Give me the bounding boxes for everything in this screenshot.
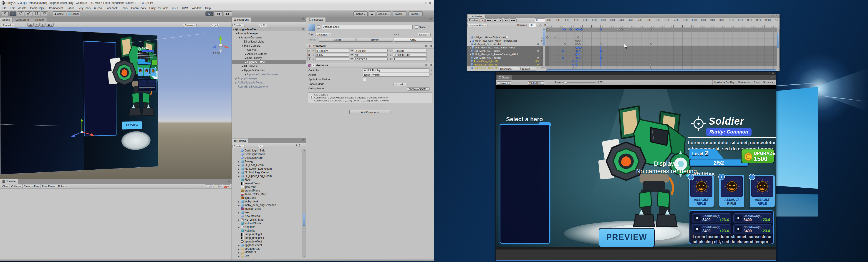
expand-arrow-icon[interactable]: ▶	[238, 167, 241, 171]
scroll-up-icon[interactable]: ▲	[777, 26, 779, 28]
keyframe[interactable]	[650, 28, 652, 31]
move-gizmo[interactable]	[68, 116, 98, 145]
project-item-no_limits_map[interactable]: ▶No_Limits_Map	[232, 218, 306, 222]
scene-search-input[interactable]: All	[211, 24, 219, 27]
account-dropdown[interactable]: Account	[377, 11, 391, 17]
rot-x-field[interactable]: 356.5	[315, 53, 349, 57]
rotate-tool-icon[interactable]	[18, 11, 24, 17]
prefab-revert-button[interactable]: Revert	[356, 38, 393, 42]
window-controls[interactable]: □ ✕	[769, 72, 775, 74]
title-bar[interactable]: Unity 2017.3.1p1 Personal (64bit) - upgr…	[0, 0, 434, 6]
track-value[interactable]: 0	[537, 50, 539, 53]
frame-field[interactable]: 0	[535, 19, 545, 22]
project-item-mech[interactable]: ▶mech	[232, 210, 306, 214]
pos-z-field[interactable]: 6.699981	[393, 49, 427, 53]
static-checkbox[interactable]	[415, 26, 418, 29]
tracklist-scrollbar[interactable]	[543, 28, 546, 68]
hierarchy-item-upgradescreencontainer[interactable]: ▶UpgradeScreenContainer	[232, 72, 306, 76]
project-item-fl_upper_leg_geom[interactable]: ▶FL_Upper_Leg_Geom	[232, 174, 306, 178]
project-list[interactable]: Desk_Light_StripDeskLightCenterDeskLight…	[232, 148, 306, 261]
controller-field[interactable]: ⊞ Unit Display	[363, 68, 429, 72]
window-resize-strip[interactable]	[0, 260, 434, 261]
preview-toggle[interactable]: Preview	[467, 19, 479, 22]
expand-arrow-icon[interactable]: ▶	[245, 60, 247, 64]
animation-track-2[interactable]: Mech_no2_Geo : Mesh I0	[467, 42, 549, 46]
project-item-nolimits[interactable]: NoLimits	[232, 229, 306, 232]
menu-unity-test-tools[interactable]: Unity Test Tools	[148, 6, 170, 10]
reference-doc-icon[interactable]: 🗊	[425, 64, 428, 66]
hierarchy-search-input[interactable]: All	[259, 24, 267, 27]
game-render-area[interactable]: Select a hero Display 1 No cameras rende…	[496, 89, 776, 247]
console-collapse-button[interactable]: Collapse	[9, 184, 23, 188]
game-stats-button[interactable]: Stats	[752, 80, 761, 85]
minimize-icon[interactable]: –	[422, 2, 424, 4]
project-item-floor[interactable]: Floor	[232, 178, 306, 182]
add-component-button[interactable]: Add Component	[349, 110, 391, 114]
2d-toggle[interactable]: 2D	[27, 23, 34, 27]
menu-help[interactable]: Help	[203, 6, 213, 10]
tab-asset-store[interactable]: Asset Store	[12, 18, 31, 22]
culling-mode-dropdown[interactable]: Always Animate	[407, 87, 430, 91]
animation-timeline-ruler[interactable]: 0:000:301:001:302:002:303:003:304:004:30…	[546, 18, 777, 28]
tracklist-scrollbar-thumb[interactable]	[543, 29, 545, 45]
effects-dropdown-icon[interactable]: ▣	[46, 23, 54, 27]
scroll-up-icon[interactable]: ▲	[303, 149, 305, 151]
scale-y-field[interactable]: 0.9999999	[354, 57, 388, 61]
panel-menu-icon[interactable]: ▪ ☰	[429, 18, 433, 21]
pos-y-field[interactable]: -1.200004	[354, 49, 388, 53]
expand-arrow-icon[interactable]: ▶	[245, 52, 247, 56]
layer-dropdown[interactable]: Default	[418, 33, 431, 36]
goto-end-button[interactable]: ▶▶▮	[509, 19, 517, 22]
scale-x-field[interactable]: 1	[315, 57, 349, 61]
hierarchy-item-additive-camera[interactable]: ▶Additive Camera	[232, 52, 306, 56]
dopesheet-hscrollbar[interactable]	[546, 69, 777, 71]
tab-game[interactable]: 🞔 Game	[497, 75, 512, 80]
samples-field[interactable]: 60	[529, 23, 536, 27]
menu-upm[interactable]: UPM	[180, 6, 190, 10]
ability-card-1[interactable]: iASSAULTRIFLE	[689, 175, 714, 207]
animation-track-1[interactable]: ▶Mech_no2_Geo : Mesh Renderer.Mat	[467, 39, 549, 42]
scale-tool-icon[interactable]	[25, 11, 32, 17]
expand-arrow-icon[interactable]: ▼	[235, 32, 238, 35]
space-button[interactable]: 🌐Global	[67, 11, 80, 17]
expand-arrow-icon[interactable]: ▶	[238, 211, 241, 214]
scale-slider-track[interactable]	[562, 82, 596, 83]
menu-fabric[interactable]: Fabric	[65, 6, 76, 10]
animation-track-5[interactable]: ▶Unit_Mech_no2_FreezeCannon_HiPol	[467, 53, 549, 56]
keyframe[interactable]	[554, 28, 556, 31]
animation-track-7[interactable]: AssaultGun_high : M(0.5	[467, 60, 549, 63]
project-item-ramp_rimlight-1[interactable]: ramp_rimLight 1	[232, 236, 306, 240]
console-error-pause-button[interactable]: Error Pause	[40, 184, 57, 188]
menu-assets[interactable]: Assets	[17, 6, 28, 10]
game-mute-audio-button[interactable]: Mute Audio	[736, 80, 752, 85]
window-controls[interactable]: – □ ✕	[422, 0, 432, 6]
expand-arrow-icon[interactable]: ▶	[235, 81, 238, 85]
move-tool-icon[interactable]	[9, 11, 17, 17]
console-clear-on-play-button[interactable]: Clear on Play	[22, 184, 40, 188]
maximize-icon[interactable]: □	[773, 15, 775, 17]
hierarchy-item-ui-canvas[interactable]: ▶UI Canvas	[232, 64, 306, 68]
next-key-button[interactable]: ▶▮	[504, 19, 509, 22]
console-log-area[interactable]	[0, 188, 231, 261]
game-gizmos-button[interactable]: Gizmos ▾	[761, 80, 775, 85]
menu-edit[interactable]: Edit	[8, 6, 17, 10]
tab-console[interactable]: ▤ Console	[0, 179, 18, 184]
layout-dropdown[interactable]: Layout	[408, 11, 423, 17]
hierarchy-item-directional-light[interactable]: Directional Light	[232, 40, 306, 44]
maximize-icon[interactable]: □	[769, 72, 771, 74]
active-checkbox[interactable]: ✓	[317, 26, 320, 29]
ability-card-3[interactable]: iASSAULTRIFLE	[750, 175, 775, 207]
hierarchy-item-popup-manager[interactable]: ▶Popup Manager	[232, 76, 306, 80]
keyframe[interactable]	[623, 28, 625, 31]
game-window-chrome[interactable]: □ ✕	[496, 72, 776, 75]
expand-arrow-icon[interactable]: ▶	[238, 218, 241, 222]
audio-toggle-icon[interactable]: 🕪	[40, 23, 45, 27]
project-item-fl_foot_geom[interactable]: ▶FL_Foot_Geom	[232, 163, 306, 167]
project-item-orc[interactable]: ▶Orc	[232, 254, 306, 258]
animation-track-6[interactable]: Unit_Mech_no2_Freeze(0	[467, 56, 549, 60]
rotation-mode-button[interactable]: R	[308, 53, 311, 57]
expand-arrow-icon[interactable]: ▶	[241, 64, 244, 68]
console-editor-button[interactable]: Editor ▾	[57, 184, 68, 188]
menu-jelly-tools[interactable]: Jelly Tools	[76, 6, 92, 10]
project-item-upgrade-effect[interactable]: upgrade effect	[232, 240, 306, 243]
